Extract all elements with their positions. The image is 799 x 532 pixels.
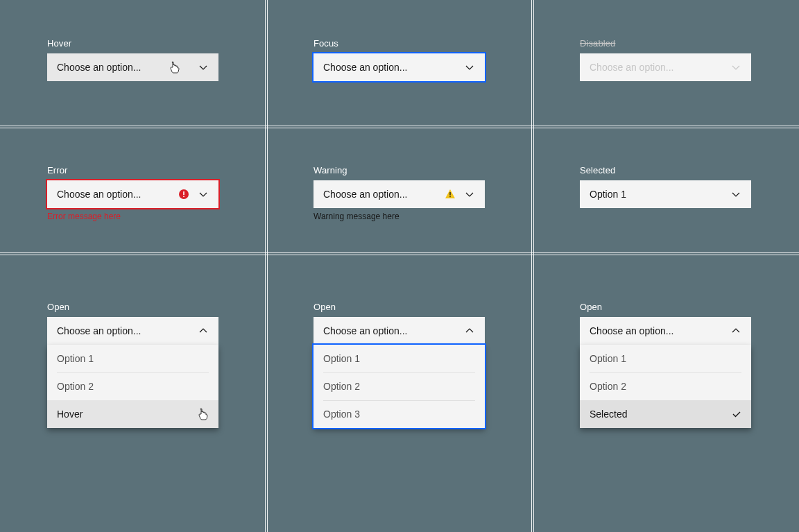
dropdown-text: Choose an option... — [57, 62, 198, 73]
error-icon — [178, 189, 189, 200]
svg-rect-2 — [183, 196, 184, 198]
dropdown-text: Option 1 — [590, 189, 730, 200]
chevron-up-icon — [464, 325, 475, 336]
menu-item-label: Option 1 — [590, 353, 626, 364]
state-label-open: Open — [47, 302, 266, 311]
cell-error: Error Choose an option... Error message … — [0, 127, 266, 254]
dropdown-open-header[interactable]: Choose an option... — [313, 317, 485, 345]
states-grid: Hover Choose an option... Focus Choose a… — [0, 0, 799, 532]
cell-open-c: Open Choose an option... Option 1 Option… — [533, 254, 799, 520]
dropdown-text: Choose an option... — [323, 62, 464, 73]
dropdown-text: Choose an option... — [57, 325, 141, 336]
dropdown-menu-focused: Option 1 Option 2 Option 3 — [313, 345, 485, 428]
dropdown-disabled: Choose an option... — [580, 53, 751, 81]
warning-helper-text: Warning message here — [313, 212, 533, 221]
state-label-open: Open — [313, 302, 533, 311]
svg-rect-3 — [449, 192, 450, 196]
menu-item[interactable]: Option 2 — [313, 372, 485, 400]
menu-item[interactable]: Option 3 — [313, 400, 485, 428]
dropdown-error[interactable]: Choose an option... — [47, 180, 218, 208]
dropdown-open-header[interactable]: Choose an option... — [580, 317, 751, 345]
dropdown-open-b: Choose an option... Option 1 Option 2 Op… — [313, 317, 485, 428]
cell-warning: Warning Choose an option... Warning mess… — [266, 127, 533, 254]
svg-rect-1 — [183, 191, 184, 195]
dropdown-open-c: Choose an option... Option 1 Option 2 Se… — [580, 317, 751, 428]
menu-item[interactable]: Option 2 — [47, 372, 218, 400]
menu-item[interactable]: Option 1 — [580, 345, 751, 372]
dropdown-text: Choose an option... — [57, 189, 178, 200]
menu-item-label: Option 1 — [323, 353, 360, 364]
state-label-selected: Selected — [580, 166, 799, 175]
state-label-disabled: Disabled — [580, 39, 799, 48]
cell-hover: Hover Choose an option... — [0, 0, 266, 127]
menu-item-label: Option 2 — [57, 381, 94, 392]
cell-open-a: Open Choose an option... Option 1 Option… — [0, 254, 266, 520]
dropdown-text: Choose an option... — [323, 189, 445, 200]
dropdown-open-a: Choose an option... Option 1 Option 2 Ho… — [47, 317, 218, 428]
dropdown-text: Choose an option... — [590, 325, 673, 336]
menu-item[interactable]: Option 1 — [47, 345, 218, 372]
chevron-up-icon — [198, 325, 209, 336]
chevron-down-icon — [730, 62, 741, 73]
state-label-warning: Warning — [313, 166, 533, 175]
dropdown-hover[interactable]: Choose an option... — [47, 53, 218, 81]
chevron-down-icon — [198, 189, 209, 200]
dropdown-menu: Option 1 Option 2 Selected — [580, 345, 751, 428]
dropdown-warning[interactable]: Choose an option... — [313, 180, 485, 208]
menu-item-label: Option 3 — [323, 409, 360, 420]
cell-open-b: Open Choose an option... Option 1 Option… — [266, 254, 533, 520]
chevron-down-icon — [464, 62, 475, 73]
dropdown-menu: Option 1 Option 2 Hover — [47, 345, 218, 428]
dropdown-text: Choose an option... — [590, 62, 730, 73]
menu-item-label: Option 2 — [590, 381, 626, 392]
chevron-down-icon — [730, 189, 741, 200]
menu-item-hover[interactable]: Hover — [47, 400, 218, 428]
state-label-hover: Hover — [47, 39, 266, 48]
chevron-down-icon — [464, 189, 475, 200]
menu-item-label: Hover — [57, 409, 83, 420]
dropdown-focus[interactable]: Choose an option... — [313, 53, 485, 81]
pointer-cursor-icon — [198, 408, 209, 420]
warning-icon — [445, 189, 456, 200]
menu-item-label: Selected — [590, 409, 627, 420]
chevron-up-icon — [730, 325, 741, 336]
state-label-focus: Focus — [313, 39, 533, 48]
state-label-open: Open — [580, 302, 799, 311]
cell-selected: Selected Option 1 — [533, 127, 799, 254]
menu-item[interactable]: Option 1 — [313, 345, 485, 372]
dropdown-open-header[interactable]: Choose an option... — [47, 317, 218, 345]
chevron-down-icon — [198, 62, 209, 73]
svg-rect-4 — [449, 196, 450, 197]
state-label-error: Error — [47, 166, 266, 175]
menu-item-label: Option 2 — [323, 381, 360, 392]
cell-disabled: Disabled Choose an option... — [533, 0, 799, 127]
checkmark-icon — [732, 409, 741, 419]
cell-focus: Focus Choose an option... — [266, 0, 533, 127]
menu-item[interactable]: Option 2 — [580, 372, 751, 400]
dropdown-text: Choose an option... — [323, 325, 407, 336]
dropdown-selected[interactable]: Option 1 — [580, 180, 751, 208]
error-helper-text: Error message here — [47, 212, 266, 221]
menu-item-selected[interactable]: Selected — [580, 400, 751, 428]
menu-item-label: Option 1 — [57, 353, 94, 364]
